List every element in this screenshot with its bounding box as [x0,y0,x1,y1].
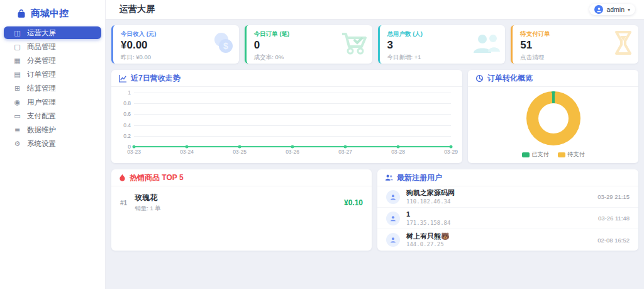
sidebar-item-categories[interactable]: ▦ 分类管理 [4,54,101,67]
sidebar-item-label: 数据维护 [27,125,56,135]
sidebar-item-settlement[interactable]: ⊞ 结算管理 [4,82,101,94]
sidebar-item-dashboard[interactable]: ◫ 运营大屏 [4,26,101,39]
x-axis-tick: 03-24 [180,149,194,155]
gridline [134,136,451,137]
gridline [134,125,451,126]
product-price: ¥0.10 [344,198,363,207]
category-grid-icon: ▦ [13,57,21,64]
y-axis-tick: 0.2 [123,133,131,139]
product-icon: ▢ [13,43,21,50]
stat-cards-row: 今日收入 (元) ¥0.00 昨日: ¥0.00 $ 今日订单 (笔) 0 成交 [111,25,638,64]
user-avatar-icon [594,5,603,14]
hourglass-icon [612,30,635,60]
page-title: 运营大屏 [119,4,155,15]
product-name: 玫瑰花 [135,193,161,203]
legend-swatch [522,152,530,157]
sidebar-item-users[interactable]: ◉ 用户管理 [4,96,101,108]
order-list-icon: ▤ [13,71,21,78]
user-avatar-icon [386,233,400,247]
hot-products-header: 热销商品 TOP 5 [111,169,372,186]
sidebar-menu: ◫ 运营大屏 ▢ 商品管理 ▦ 分类管理 ▤ 订单管理 ⊞ 结算管理 ◉ 用户管… [0,26,105,150]
sidebar-item-label: 分类管理 [27,56,56,65]
gridline [134,114,451,115]
registration-time: 03-26 11:48 [598,215,630,222]
hot-products-card: 热销商品 TOP 5 #1 玫瑰花 销量: 1 单 ¥0.10 [111,169,372,251]
app-window: 商城中控 ◫ 运营大屏 ▢ 商品管理 ▦ 分类管理 ▤ 订单管理 ⊞ 结算管理 [0,0,644,289]
x-axis-tick: 03-29 [444,149,458,155]
y-axis-tick: 0.4 [123,122,131,128]
legend-swatch [558,152,565,157]
conversion-chart: 已支付待支付 [468,87,638,163]
sidebar-item-payment[interactable]: ▭ 支付配置 [4,110,101,122]
sidebar-item-label: 订单管理 [27,70,56,79]
dashboard-icon: ◫ [13,30,21,37]
shopping-bag-icon [16,9,26,19]
legend-item[interactable]: 待支付 [558,150,585,159]
gridline [134,93,451,93]
legend-label: 待支付 [568,150,585,159]
app-title: 商城中控 [31,8,69,20]
sidebar-item-settings[interactable]: ⚙ 系统设置 [4,137,101,150]
dashboard-content: 今日收入 (元) ¥0.00 昨日: ¥0.00 $ 今日订单 (笔) 0 成交 [106,20,644,256]
user-name: 狗凯之家源码网 [406,189,455,197]
user-avatar-icon [386,190,400,204]
gear-icon: ⚙ [13,140,21,147]
lists-row: 热销商品 TOP 5 #1 玫瑰花 销量: 1 单 ¥0.10 [111,169,638,251]
sidebar-item-data[interactable]: ≣ 数据维护 [4,123,101,136]
section-title: 最新注册用户 [397,173,442,183]
revenue-card-header: 近7日营收走势 [111,70,462,87]
flame-icon [119,174,126,182]
product-rank: #1 [120,200,127,207]
sidebar-item-label: 用户管理 [27,98,56,107]
product-sales: 销量: 1 单 [135,205,161,213]
user-name: admin [606,6,625,13]
x-axis-tick: 03-28 [391,149,405,155]
sidebar-item-label: 结算管理 [27,84,56,93]
x-axis-tick: 03-26 [286,149,299,155]
registration-time: 02-08 16:52 [597,237,630,244]
sidebar-item-orders[interactable]: ▤ 订单管理 [4,68,101,81]
legend-item[interactable]: 已支付 [522,150,549,159]
y-axis-tick: 1 [128,89,131,96]
user-ip: 144.0.27.25 [406,241,450,247]
sidebar-item-label: 运营大屏 [27,28,56,38]
user-name: 1 [406,210,450,218]
product-list-item: #1 玫瑰花 销量: 1 单 ¥0.10 [111,186,372,219]
x-axis-tick: 03-23 [127,149,141,155]
section-title: 近7日营收走势 [131,73,180,84]
sidebar: 商城中控 ◫ 运营大屏 ▢ 商品管理 ▦ 分类管理 ▤ 订单管理 ⊞ 结算管理 [0,0,106,289]
registration-time: 03-29 21:15 [597,193,630,200]
user-list-item: 1 171.35.158.84 03-26 11:48 [377,208,638,229]
charts-row: 近7日营收走势 00.20.40.60.81 03-2303-2403-2503… [111,70,638,163]
cart-icon [340,30,369,59]
user-avatar-icon [386,212,400,225]
stat-card-orders: 今日订单 (笔) 0 成交率: 0% [245,25,372,64]
conversion-card-header: 订单转化概览 [468,70,638,87]
app-logo: 商城中控 [0,0,105,26]
sidebar-item-label: 系统设置 [27,139,56,149]
y-axis-tick: 0.8 [123,100,131,106]
line-chart-icon [119,74,127,82]
sidebar-item-label: 支付配置 [27,111,56,121]
section-title: 订单转化概览 [487,73,533,84]
stat-card-pending-orders[interactable]: 待支付订单 51 点击清理 [511,25,638,64]
y-axis-tick: 0.6 [123,111,131,117]
donut-chart [526,91,580,145]
revenue-chart: 00.20.40.60.81 03-2303-2403-2503-2603-27… [111,87,462,156]
section-title: 热销商品 TOP 5 [130,173,184,183]
revenue-plot: 00.20.40.60.81 [134,93,451,147]
user-menu[interactable]: admin ▾ [589,4,635,15]
database-icon: ≣ [13,127,21,133]
sidebar-item-products[interactable]: ▢ 商品管理 [4,40,101,53]
user-ip: 110.182.46.34 [406,198,455,205]
x-axis-tick: 03-25 [233,149,247,155]
svg-text:$: $ [223,41,228,51]
sidebar-item-label: 商品管理 [27,42,56,52]
user-ip: 171.35.158.84 [406,220,450,226]
user-list-item: 狗凯之家源码网 110.182.46.34 03-29 21:15 [377,186,638,208]
latest-users-card: 最新注册用户 狗凯之家源码网 110.182.46.34 03-29 21:15 [377,169,638,251]
stat-card-revenue: 今日收入 (元) ¥0.00 昨日: ¥0.00 $ [111,25,239,64]
user-group-icon: ◉ [13,99,21,106]
revenue-trend-card: 近7日营收走势 00.20.40.60.81 03-2303-2403-2503… [111,70,462,163]
user-group-icon [385,174,393,181]
